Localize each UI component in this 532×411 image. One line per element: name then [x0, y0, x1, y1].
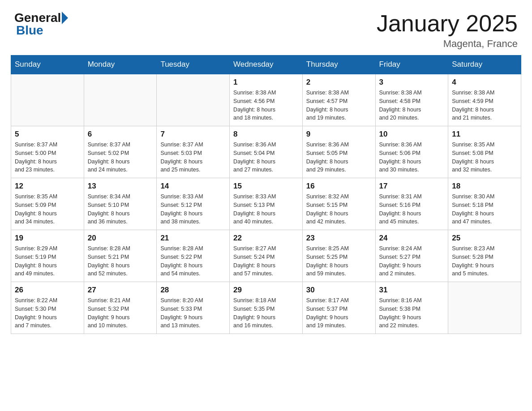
- calendar-cell: 1Sunrise: 8:38 AM Sunset: 4:56 PM Daylig…: [230, 74, 303, 126]
- calendar-cell: 15Sunrise: 8:33 AM Sunset: 5:13 PM Dayli…: [230, 178, 303, 230]
- day-info: Sunrise: 8:22 AM Sunset: 5:30 PM Dayligh…: [15, 296, 80, 330]
- day-number: 22: [233, 234, 299, 243]
- logo: General Blue: [14, 11, 69, 38]
- title-section: January 2025 Magenta, France: [377, 11, 518, 50]
- calendar-cell: 9Sunrise: 8:36 AM Sunset: 5:05 PM Daylig…: [302, 126, 375, 178]
- day-info: Sunrise: 8:37 AM Sunset: 5:03 PM Dayligh…: [160, 141, 226, 174]
- day-info: Sunrise: 8:31 AM Sunset: 5:16 PM Dayligh…: [379, 193, 445, 226]
- header-thursday: Thursday: [302, 56, 375, 74]
- day-number: 1: [233, 78, 299, 87]
- day-number: 18: [452, 182, 517, 191]
- day-info: Sunrise: 8:35 AM Sunset: 5:08 PM Dayligh…: [452, 141, 517, 174]
- day-number: 2: [306, 78, 372, 87]
- day-number: 20: [88, 234, 153, 243]
- calendar-cell: 16Sunrise: 8:32 AM Sunset: 5:15 PM Dayli…: [302, 178, 375, 230]
- day-number: 13: [88, 182, 153, 191]
- day-info: Sunrise: 8:17 AM Sunset: 5:37 PM Dayligh…: [306, 296, 372, 330]
- calendar-cell: [84, 74, 157, 126]
- calendar-cell: 21Sunrise: 8:28 AM Sunset: 5:22 PM Dayli…: [157, 230, 230, 282]
- calendar-cell: 11Sunrise: 8:35 AM Sunset: 5:08 PM Dayli…: [448, 126, 521, 178]
- header-wednesday: Wednesday: [230, 56, 303, 74]
- day-info: Sunrise: 8:16 AM Sunset: 5:38 PM Dayligh…: [379, 296, 445, 330]
- day-info: Sunrise: 8:20 AM Sunset: 5:33 PM Dayligh…: [160, 296, 226, 330]
- day-info: Sunrise: 8:30 AM Sunset: 5:18 PM Dayligh…: [452, 193, 517, 226]
- day-number: 7: [160, 130, 226, 139]
- day-number: 6: [88, 130, 153, 139]
- calendar-cell: 30Sunrise: 8:17 AM Sunset: 5:37 PM Dayli…: [302, 282, 375, 334]
- calendar-cell: 12Sunrise: 8:35 AM Sunset: 5:09 PM Dayli…: [11, 178, 84, 230]
- day-info: Sunrise: 8:24 AM Sunset: 5:27 PM Dayligh…: [379, 244, 445, 278]
- day-info: Sunrise: 8:27 AM Sunset: 5:24 PM Dayligh…: [233, 244, 299, 278]
- day-info: Sunrise: 8:21 AM Sunset: 5:32 PM Dayligh…: [88, 296, 153, 330]
- day-info: Sunrise: 8:34 AM Sunset: 5:10 PM Dayligh…: [88, 193, 153, 226]
- day-number: 11: [452, 130, 517, 139]
- calendar-container: SundayMondayTuesdayWednesdayThursdayFrid…: [0, 55, 532, 345]
- calendar-week-3: 12Sunrise: 8:35 AM Sunset: 5:09 PM Dayli…: [11, 178, 521, 230]
- calendar-table: SundayMondayTuesdayWednesdayThursdayFrid…: [11, 55, 521, 334]
- calendar-cell: 27Sunrise: 8:21 AM Sunset: 5:32 PM Dayli…: [84, 282, 157, 334]
- day-number: 23: [306, 234, 372, 243]
- calendar-week-2: 5Sunrise: 8:37 AM Sunset: 5:00 PM Daylig…: [11, 126, 521, 178]
- calendar-cell: [448, 282, 521, 334]
- calendar-cell: [11, 74, 84, 126]
- day-info: Sunrise: 8:35 AM Sunset: 5:09 PM Dayligh…: [15, 193, 80, 226]
- calendar-cell: 31Sunrise: 8:16 AM Sunset: 5:38 PM Dayli…: [375, 282, 448, 334]
- header-tuesday: Tuesday: [157, 56, 230, 74]
- day-number: 27: [88, 286, 153, 295]
- calendar-week-4: 19Sunrise: 8:29 AM Sunset: 5:19 PM Dayli…: [11, 230, 521, 282]
- day-number: 30: [306, 286, 372, 295]
- day-number: 14: [160, 182, 226, 191]
- calendar-cell: 18Sunrise: 8:30 AM Sunset: 5:18 PM Dayli…: [448, 178, 521, 230]
- calendar-cell: 10Sunrise: 8:36 AM Sunset: 5:06 PM Dayli…: [375, 126, 448, 178]
- day-info: Sunrise: 8:38 AM Sunset: 4:58 PM Dayligh…: [379, 89, 445, 122]
- day-number: 3: [379, 78, 445, 87]
- calendar-cell: 5Sunrise: 8:37 AM Sunset: 5:00 PM Daylig…: [11, 126, 84, 178]
- day-info: Sunrise: 8:38 AM Sunset: 4:57 PM Dayligh…: [306, 89, 372, 122]
- calendar-cell: 7Sunrise: 8:37 AM Sunset: 5:03 PM Daylig…: [157, 126, 230, 178]
- page-header: General Blue January 2025 Magenta, Franc…: [0, 0, 532, 55]
- day-number: 24: [379, 234, 445, 243]
- day-number: 10: [379, 130, 445, 139]
- day-number: 8: [233, 130, 299, 139]
- calendar-cell: 6Sunrise: 8:37 AM Sunset: 5:02 PM Daylig…: [84, 126, 157, 178]
- calendar-cell: [157, 74, 230, 126]
- calendar-cell: 29Sunrise: 8:18 AM Sunset: 5:35 PM Dayli…: [230, 282, 303, 334]
- day-info: Sunrise: 8:37 AM Sunset: 5:00 PM Dayligh…: [15, 141, 80, 174]
- day-number: 29: [233, 286, 299, 295]
- day-number: 4: [452, 78, 517, 87]
- calendar-cell: 3Sunrise: 8:38 AM Sunset: 4:58 PM Daylig…: [375, 74, 448, 126]
- calendar-week-5: 26Sunrise: 8:22 AM Sunset: 5:30 PM Dayli…: [11, 282, 521, 334]
- day-number: 5: [15, 130, 80, 139]
- calendar-cell: 22Sunrise: 8:27 AM Sunset: 5:24 PM Dayli…: [230, 230, 303, 282]
- day-info: Sunrise: 8:18 AM Sunset: 5:35 PM Dayligh…: [233, 296, 299, 330]
- day-number: 9: [306, 130, 372, 139]
- day-info: Sunrise: 8:28 AM Sunset: 5:21 PM Dayligh…: [88, 244, 153, 278]
- logo-arrow-icon: [62, 12, 68, 24]
- calendar-cell: 26Sunrise: 8:22 AM Sunset: 5:30 PM Dayli…: [11, 282, 84, 334]
- day-info: Sunrise: 8:33 AM Sunset: 5:12 PM Dayligh…: [160, 193, 226, 226]
- header-monday: Monday: [84, 56, 157, 74]
- day-info: Sunrise: 8:33 AM Sunset: 5:13 PM Dayligh…: [233, 193, 299, 226]
- day-info: Sunrise: 8:32 AM Sunset: 5:15 PM Dayligh…: [306, 193, 372, 226]
- day-info: Sunrise: 8:25 AM Sunset: 5:25 PM Dayligh…: [306, 244, 372, 278]
- day-info: Sunrise: 8:28 AM Sunset: 5:22 PM Dayligh…: [160, 244, 226, 278]
- calendar-header-row: SundayMondayTuesdayWednesdayThursdayFrid…: [11, 56, 521, 74]
- day-number: 19: [15, 234, 80, 243]
- day-number: 31: [379, 286, 445, 295]
- day-info: Sunrise: 8:38 AM Sunset: 4:56 PM Dayligh…: [233, 89, 299, 122]
- day-number: 17: [379, 182, 445, 191]
- calendar-cell: 8Sunrise: 8:36 AM Sunset: 5:04 PM Daylig…: [230, 126, 303, 178]
- calendar-cell: 23Sunrise: 8:25 AM Sunset: 5:25 PM Dayli…: [302, 230, 375, 282]
- calendar-cell: 24Sunrise: 8:24 AM Sunset: 5:27 PM Dayli…: [375, 230, 448, 282]
- calendar-cell: 25Sunrise: 8:23 AM Sunset: 5:28 PM Dayli…: [448, 230, 521, 282]
- day-info: Sunrise: 8:38 AM Sunset: 4:59 PM Dayligh…: [452, 89, 517, 122]
- day-number: 15: [233, 182, 299, 191]
- calendar-cell: 14Sunrise: 8:33 AM Sunset: 5:12 PM Dayli…: [157, 178, 230, 230]
- day-number: 28: [160, 286, 226, 295]
- day-number: 12: [15, 182, 80, 191]
- day-number: 16: [306, 182, 372, 191]
- header-friday: Friday: [375, 56, 448, 74]
- calendar-cell: 2Sunrise: 8:38 AM Sunset: 4:57 PM Daylig…: [302, 74, 375, 126]
- calendar-cell: 28Sunrise: 8:20 AM Sunset: 5:33 PM Dayli…: [157, 282, 230, 334]
- day-info: Sunrise: 8:36 AM Sunset: 5:04 PM Dayligh…: [233, 141, 299, 174]
